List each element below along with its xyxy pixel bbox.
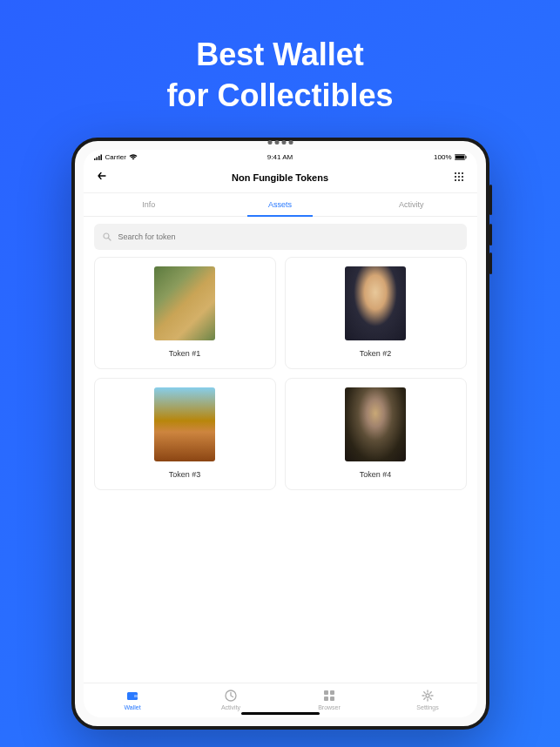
token-label: Token #1 [169, 349, 201, 358]
nav-label: Settings [416, 704, 438, 710]
svg-rect-2 [98, 156, 100, 160]
search-box[interactable] [94, 224, 467, 250]
nav-settings[interactable]: Settings [379, 689, 477, 710]
grid-menu-button[interactable] [447, 170, 464, 185]
svg-rect-19 [134, 695, 138, 697]
token-card-1[interactable]: Token #1 [94, 257, 276, 369]
wallet-icon [125, 689, 139, 703]
nav-wallet[interactable]: Wallet [84, 689, 182, 710]
settings-icon [421, 689, 435, 703]
home-indicator[interactable] [241, 712, 320, 715]
wifi-icon [129, 154, 138, 160]
svg-rect-5 [455, 156, 464, 159]
svg-rect-23 [324, 697, 328, 701]
nav-label: Wallet [124, 704, 140, 710]
nav-header: Non Fungible Tokens [84, 163, 477, 193]
svg-point-14 [458, 179, 460, 181]
svg-rect-24 [330, 697, 334, 701]
svg-point-11 [458, 176, 460, 178]
battery-percent: 100% [434, 153, 451, 161]
tab-label: Activity [399, 200, 424, 209]
status-bar: Carrier 9:41 AM 100% [84, 150, 477, 163]
app-screen: Carrier 9:41 AM 100% Non Fungible Tokens [84, 150, 477, 717]
svg-line-17 [108, 239, 111, 241]
nav-activity[interactable]: Activity [182, 689, 280, 710]
browser-icon [322, 689, 336, 703]
token-grid: Token #1 Token #2 Token #3 Token #4 [84, 257, 477, 683]
svg-point-25 [426, 694, 429, 697]
status-time: 9:41 AM [267, 153, 293, 161]
svg-rect-21 [324, 690, 328, 695]
nav-label: Activity [221, 704, 240, 710]
token-card-3[interactable]: Token #3 [94, 378, 276, 490]
token-card-4[interactable]: Token #4 [285, 378, 467, 490]
token-image [345, 387, 406, 461]
back-button[interactable] [96, 170, 113, 185]
search-icon [103, 229, 111, 245]
svg-rect-0 [94, 158, 96, 160]
tab-info[interactable]: Info [84, 193, 215, 216]
svg-point-13 [455, 179, 456, 181]
search-input[interactable] [118, 232, 458, 241]
svg-rect-22 [330, 690, 334, 695]
tab-bar: Info Assets Activity [84, 193, 477, 217]
promo-headline: Best Wallet for Collectibles [0, 0, 560, 117]
token-card-2[interactable]: Token #2 [285, 257, 467, 369]
svg-point-8 [458, 172, 460, 174]
tab-activity[interactable]: Activity [346, 193, 477, 216]
svg-point-7 [455, 172, 456, 174]
svg-point-10 [455, 176, 456, 178]
nav-label: Browser [318, 704, 341, 710]
svg-rect-6 [465, 156, 466, 158]
token-image [154, 387, 215, 461]
token-label: Token #3 [169, 470, 201, 479]
nav-browser[interactable]: Browser [280, 689, 379, 710]
svg-point-12 [462, 176, 463, 178]
svg-rect-1 [96, 158, 98, 161]
svg-point-15 [462, 179, 463, 181]
tab-assets[interactable]: Assets [214, 193, 346, 216]
svg-rect-3 [100, 155, 102, 161]
ipad-device-frame: Carrier 9:41 AM 100% Non Fungible Tokens [71, 138, 489, 730]
tab-label: Info [142, 200, 155, 209]
token-label: Token #4 [360, 470, 392, 479]
promo-line-2: for Collectibles [0, 76, 560, 117]
tab-label: Assets [268, 200, 292, 209]
token-image [345, 266, 406, 340]
page-title: Non Fungible Tokens [232, 172, 328, 183]
carrier-label: Carrier [105, 153, 126, 161]
token-label: Token #2 [360, 349, 392, 358]
token-image [154, 266, 215, 340]
svg-point-9 [462, 172, 463, 174]
battery-icon [455, 154, 467, 160]
promo-line-1: Best Wallet [0, 35, 560, 76]
signal-icon [94, 154, 103, 160]
activity-icon [224, 689, 238, 703]
